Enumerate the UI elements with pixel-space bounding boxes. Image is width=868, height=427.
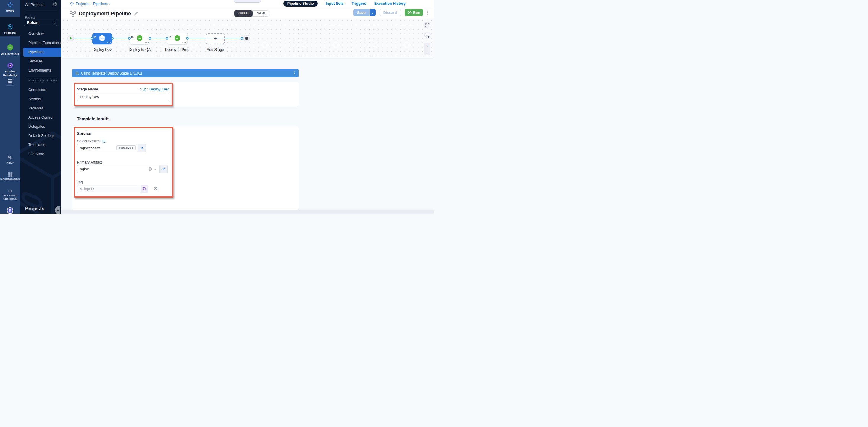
template-library-icon [131,34,134,40]
sidebar-item-pipeline-executions[interactable]: Pipeline Executions [20,38,61,47]
pipeline-end-node[interactable] [243,35,250,41]
stage-label-add-stage[interactable]: Add Stage [199,47,231,52]
canvas-zoom-control[interactable]: + − [424,42,430,55]
stage-node-deploy-to-qa[interactable]: ∞ </> [130,33,150,44]
banner-kebab-menu-icon[interactable] [293,71,295,76]
toggle-visual[interactable]: VISUAL [234,10,253,17]
header-actions: Save ⌄ Discard Run [353,9,429,16]
breadcrumb-projects[interactable]: Projects [76,2,89,6]
run-button[interactable]: Run [405,9,423,16]
dashboards-panels-icon [0,172,20,177]
cd-hexagon-infinity-icon: ∞ [0,44,20,51]
sidebar-item-pipelines[interactable]: Pipelines [23,47,61,57]
sidebar-item-services[interactable]: Services [20,57,61,66]
zoom-out-icon[interactable]: − [426,50,428,54]
rail-item-service-reliability[interactable]: Service Reliability [0,63,20,77]
connector-dot [149,37,151,40]
info-icon[interactable]: i [143,88,146,91]
toggle-yaml[interactable]: YAML [253,10,270,17]
sigma-x-expression-button[interactable]: Σx [141,185,148,193]
using-template-banner[interactable]: Using Template: Deploy Stage 1 (1.01) [72,69,299,77]
tag-input[interactable]: <+input> Σx [77,185,148,193]
pipeline-start-node[interactable] [67,35,74,41]
sidebar-item-templates[interactable]: Templates [20,140,61,150]
left-module-rail: Home Projects ∞ Deployments Service Reli… [0,0,20,214]
zoom-in-icon[interactable]: + [426,44,428,48]
save-button[interactable]: Save [353,9,370,16]
primary-artifact-input[interactable]: nginx ⌄ [77,165,160,173]
stage-node-deploy-dev[interactable]: ∞ </> [92,33,112,44]
cube-icon[interactable] [52,1,57,8]
rail-item-account-settings[interactable]: ⚙ ACCOUNT SETTINGS [0,189,20,200]
tab-input-sets[interactable]: Input Sets [326,1,343,6]
rail-label-help: HELP [0,161,20,164]
all-projects-link[interactable]: All Projects [25,2,44,7]
add-stage-button[interactable]: + [206,33,225,44]
harness-diamond-icon [70,2,74,6]
stage-label-deploy-to-qa[interactable]: Deploy to QA [123,47,156,52]
pencil-icon[interactable] [134,11,138,16]
plus-icon: + [214,35,217,42]
breadcrumb-pipelines[interactable]: Pipelines [93,2,108,6]
stage-label-deploy-to-prod[interactable]: Deploy to Prod [161,47,193,52]
save-split-button[interactable]: Save ⌄ [353,9,376,16]
save-caret-button[interactable]: ⌄ [370,9,376,16]
breadcrumb: Projects › Pipelines › [70,2,110,6]
pipeline-canvas[interactable]: ∞ </> ∞ </> ∞ </> + [61,18,434,58]
discard-button[interactable]: Discard [379,9,401,16]
connector-dot [111,37,114,40]
user-avatar[interactable]: R [7,207,13,214]
rail-item-dashboards[interactable]: DASHBOARDS [0,172,20,181]
template-library-icon [75,72,79,75]
canvas-fit-view-button[interactable] [424,22,430,28]
stage-label-deploy-dev[interactable]: Deploy Dev [86,47,118,52]
pushpin-icon [162,167,166,171]
connector-dot [241,37,243,40]
sidebar-item-default-settings[interactable]: Default Settings [20,131,61,140]
page-title: Deployment Pipeline [79,11,131,17]
rail-item-help[interactable]: ? HELP [0,156,20,164]
rail-item-projects[interactable]: Projects [0,24,20,34]
stage-name-input[interactable] [77,93,169,101]
connector-dot [186,37,189,40]
rail-item-home[interactable]: Home [0,2,20,12]
svg-text:∞: ∞ [176,36,178,40]
rail-item-deployments[interactable]: ∞ Deployments [0,44,20,55]
divider [24,76,57,76]
main-area: Projects › Pipelines › Pipeline Studio I… [61,0,434,214]
template-inputs-heading: Template Inputs [77,117,110,121]
svg-text:∞: ∞ [101,36,103,40]
sidebar-item-secrets[interactable]: Secrets [20,95,61,104]
sidebar-item-file-store[interactable]: File Store [20,150,61,159]
stage-node-deploy-to-prod[interactable]: ∞ </> [167,33,187,44]
service-pin-button[interactable] [138,144,146,152]
circle-x-clear-icon[interactable] [148,167,152,171]
tab-execution-history[interactable]: Execution History [374,1,406,6]
info-icon[interactable]: i [102,139,105,143]
template-library-icon [93,34,96,40]
sidebar-item-delegates[interactable]: Delegates [20,122,61,131]
svg-text:?: ? [9,156,10,159]
stage-id-value[interactable]: Deploy_Dev [149,87,168,91]
title-row: Deployment Pipeline [70,11,138,17]
artifact-pin-button[interactable] [160,165,168,173]
dashed-square-icon [426,34,429,37]
grid-9-dots-icon [8,79,12,84]
sidebar-item-connectors[interactable]: Connectors [20,86,61,95]
sidebar-item-access-control[interactable]: Access Control [20,113,61,122]
tab-triggers[interactable]: Triggers [351,1,366,6]
chevron-down-icon[interactable]: ⌄ [154,167,156,171]
tag-settings-gear-icon[interactable]: ⚙ [153,186,158,192]
canvas-select-button[interactable] [424,32,430,39]
select-service-input[interactable]: nginxcanary PROJECT [77,144,138,152]
sidebar-item-environments[interactable]: Environments [20,66,61,75]
header-kebab-menu-icon[interactable] [427,10,429,15]
module-picker-button[interactable] [5,76,16,86]
project-selector[interactable]: Rohan › [24,20,57,26]
sidebar-item-variables[interactable]: Variables [20,104,61,113]
template-library-icon [168,34,171,40]
tag-placeholder: <+input> [80,187,94,191]
visual-yaml-toggle[interactable]: VISUAL YAML [234,10,270,17]
tab-pipeline-studio[interactable]: Pipeline Studio [283,1,318,6]
sidebar-item-overview[interactable]: Overview [20,29,61,38]
